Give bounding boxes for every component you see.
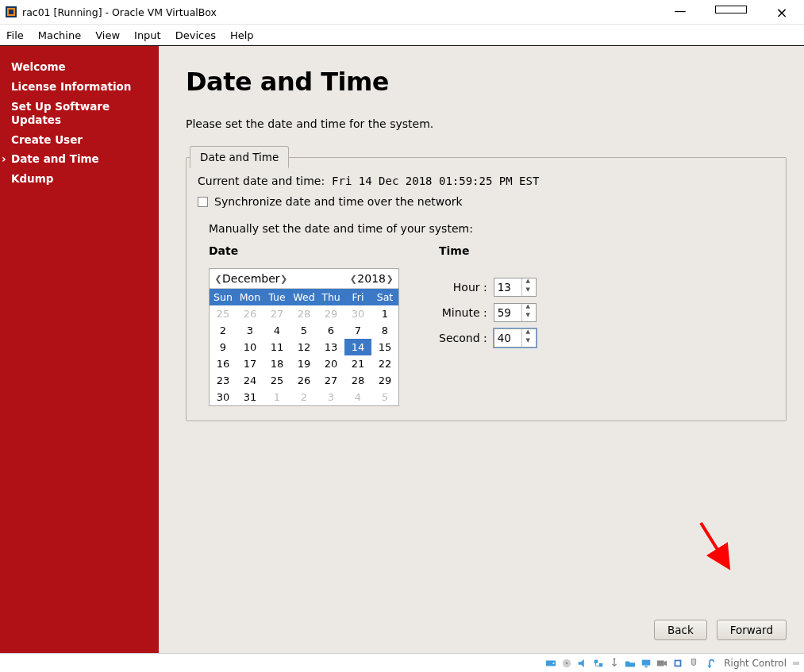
sidebar-item-user[interactable]: Create User	[11, 133, 151, 147]
sidebar-item-welcome[interactable]: Welcome	[11, 60, 151, 74]
menu-view[interactable]: View	[95, 29, 120, 41]
maximize-button[interactable]	[715, 4, 747, 21]
calendar-day[interactable]: 23	[210, 372, 237, 389]
calendar-day[interactable]: 28	[344, 372, 371, 389]
calendar-day[interactable]: 20	[317, 355, 344, 372]
calendar-day[interactable]: 15	[371, 339, 398, 355]
calendar-day[interactable]: 29	[317, 305, 344, 322]
minute-down-icon[interactable]: ▼	[522, 313, 534, 321]
minute-input[interactable]	[494, 304, 521, 321]
hour-input[interactable]	[494, 278, 521, 296]
calendar-day[interactable]: 7	[344, 322, 371, 339]
forward-button[interactable]: Forward	[717, 620, 787, 640]
calendar-day[interactable]: 30	[210, 389, 237, 405]
calendar-day[interactable]: 28	[290, 305, 317, 322]
calendar-day[interactable]: 18	[264, 355, 290, 372]
calendar-day[interactable]: 3	[317, 389, 344, 405]
hour-down-icon[interactable]: ▼	[522, 287, 534, 296]
calendar-day[interactable]: 29	[371, 372, 398, 389]
calendar-day[interactable]: 27	[264, 305, 290, 322]
calendar-dow: Mon	[237, 289, 264, 305]
year-prev-icon[interactable]: ❮	[349, 274, 357, 284]
svg-point-6	[553, 662, 555, 663]
cpu-icon[interactable]	[671, 657, 684, 670]
calendar-day[interactable]: 30	[344, 305, 371, 322]
calendar-day[interactable]: 25	[264, 372, 290, 389]
minimize-button[interactable]: —	[664, 4, 696, 21]
second-spinner[interactable]: ▲▼	[494, 328, 537, 348]
status-dot	[793, 662, 799, 665]
minute-spinner[interactable]: ▲▼	[494, 303, 537, 322]
month-next-icon[interactable]: ❯	[280, 274, 288, 284]
calendar-day[interactable]: 11	[264, 339, 290, 355]
sidebar-item-license[interactable]: License Information	[11, 80, 151, 94]
calendar-day[interactable]: 9	[210, 339, 237, 355]
menu-help[interactable]: Help	[230, 29, 254, 41]
audio-icon[interactable]	[576, 657, 589, 670]
calendar-day[interactable]: 6	[317, 322, 344, 339]
menu-machine[interactable]: Machine	[38, 29, 81, 41]
calendar-day[interactable]: 3	[237, 322, 264, 339]
calendar-day[interactable]: 2	[290, 389, 317, 405]
calendar-day[interactable]: 25	[210, 305, 237, 322]
sidebar-item-updates[interactable]: Set Up Software Updates	[11, 100, 151, 127]
calendar-day[interactable]: 5	[371, 389, 398, 405]
calendar-day[interactable]: 1	[264, 389, 290, 405]
calendar-day[interactable]: 8	[371, 322, 398, 339]
menu-devices[interactable]: Devices	[175, 29, 216, 41]
calendar-day[interactable]: 16	[210, 355, 237, 372]
calendar-day[interactable]: 31	[237, 389, 264, 405]
sync-checkbox[interactable]	[198, 197, 208, 207]
second-input[interactable]	[494, 329, 521, 347]
calendar-day[interactable]: 24	[237, 372, 264, 389]
hour-spinner[interactable]: ▲▼	[494, 278, 537, 297]
calendar-day[interactable]: 26	[290, 372, 317, 389]
second-down-icon[interactable]: ▼	[522, 338, 534, 347]
time-heading: Time	[439, 244, 537, 257]
recording-icon[interactable]	[656, 657, 668, 670]
menu-file[interactable]: File	[6, 29, 24, 41]
svg-marker-9	[579, 659, 584, 667]
svg-rect-18	[676, 661, 680, 665]
calendar-year[interactable]: 2018	[357, 272, 386, 285]
month-prev-icon[interactable]: ❮	[214, 274, 222, 284]
window-titlebar: rac01 [Running] - Oracle VM VirtualBox —…	[0, 0, 804, 25]
close-button[interactable]: ×	[766, 4, 798, 21]
calendar-day[interactable]: 26	[237, 305, 264, 322]
calendar-month[interactable]: December	[222, 272, 280, 285]
calendar-day[interactable]: 12	[290, 339, 317, 355]
back-button[interactable]: Back	[654, 620, 707, 640]
calendar-day[interactable]: 22	[371, 355, 398, 372]
network-icon[interactable]	[592, 657, 605, 670]
calendar-day[interactable]: 4	[344, 389, 371, 405]
mouse-integration-icon[interactable]	[687, 657, 700, 670]
calendar-day[interactable]: 27	[317, 372, 344, 389]
sync-network-row[interactable]: Synchronize date and time over the netwo…	[198, 195, 775, 208]
tab-datetime[interactable]: Date and Time	[190, 146, 289, 168]
calendar-day[interactable]: 10	[237, 339, 264, 355]
calendar-day[interactable]: 21	[344, 355, 371, 372]
calendar-dow: Fri	[344, 289, 371, 305]
calendar-day[interactable]: 19	[290, 355, 317, 372]
calendar-day[interactable]: 5	[290, 322, 317, 339]
calendar-day[interactable]: 17	[237, 355, 264, 372]
svg-rect-13	[642, 659, 651, 665]
optical-icon[interactable]	[560, 657, 573, 670]
usb-icon[interactable]	[608, 657, 621, 670]
svg-line-4	[701, 523, 727, 565]
page-intro: Please set the date and time for the sys…	[186, 117, 787, 130]
year-next-icon[interactable]: ❯	[386, 274, 394, 284]
svg-point-12	[614, 658, 616, 660]
calendar-day[interactable]: 13	[317, 339, 344, 355]
display-icon[interactable]	[640, 657, 652, 670]
sidebar-item-kdump[interactable]: Kdump	[11, 172, 151, 186]
calendar-day[interactable]: 4	[264, 322, 290, 339]
calendar-day[interactable]: 2	[210, 322, 237, 339]
sidebar-item-datetime[interactable]: Date and Time	[11, 152, 151, 166]
keyboard-capture-icon[interactable]	[703, 657, 716, 670]
shared-folder-icon[interactable]	[624, 657, 637, 670]
calendar-day[interactable]: 14	[344, 339, 371, 355]
hdd-icon[interactable]	[544, 657, 557, 670]
calendar-day[interactable]: 1	[371, 305, 398, 322]
menu-input[interactable]: Input	[134, 29, 161, 41]
